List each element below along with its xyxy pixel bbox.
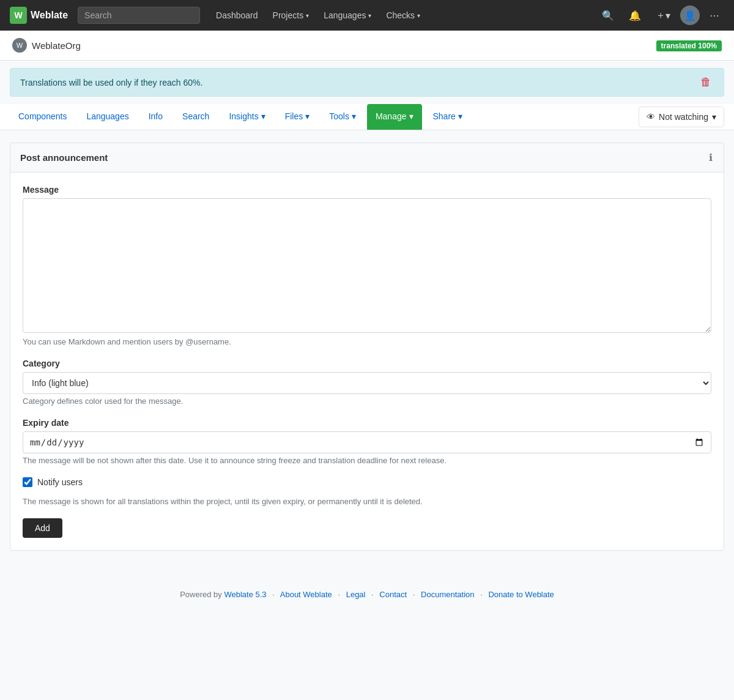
alert-close-button[interactable]: 🗑 (698, 76, 714, 89)
message-group: Message You can use Markdown and mention… (23, 185, 711, 346)
category-select[interactable]: Info (light blue) Warning (yellow) Dange… (23, 372, 711, 394)
expiry-date-input[interactable] (23, 431, 711, 453)
card-info-button[interactable]: ℹ (708, 151, 714, 165)
message-label: Message (23, 185, 711, 195)
more-icon: ⋯ (710, 10, 719, 21)
brand-link[interactable]: W Weblate (10, 7, 68, 24)
tab-manage[interactable]: Manage ▾ (367, 104, 422, 130)
eye-icon: 👁 (647, 112, 655, 122)
watching-caret: ▾ (712, 112, 716, 122)
main-content: Post announcement ℹ Message You can use … (0, 130, 734, 563)
tab-info[interactable]: Info (140, 104, 171, 130)
footer: Powered by Weblate 5.3 · About Weblate ·… (0, 575, 734, 614)
alert-banner: Translations will be used only if they r… (10, 68, 724, 97)
insights-caret: ▾ (261, 111, 265, 121)
add-caret: ▾ (665, 10, 670, 21)
translated-badge: translated 100% (656, 40, 722, 51)
search-input[interactable] (78, 7, 200, 24)
tab-search[interactable]: Search (174, 104, 218, 130)
org-icon: W (12, 38, 27, 53)
nav-links: Dashboard Projects ▾ Languages ▾ Checks … (210, 7, 426, 24)
tab-share[interactable]: Share ▾ (424, 104, 471, 130)
nav-dashboard[interactable]: Dashboard (210, 7, 264, 24)
avatar: 👤 (684, 10, 696, 21)
languages-caret: ▾ (368, 12, 371, 19)
breadcrumb-bar: W WeblateOrg translated 100% (0, 31, 734, 61)
avatar-btn[interactable]: 👤 (680, 6, 700, 25)
projects-caret: ▾ (306, 12, 309, 19)
card-title: Post announcement (20, 152, 108, 163)
notify-users-label[interactable]: Notify users (37, 477, 83, 487)
checks-caret: ▾ (417, 12, 420, 19)
brand-label: Weblate (31, 10, 68, 21)
nav-projects[interactable]: Projects ▾ (267, 7, 316, 24)
info-icon: ℹ (709, 152, 713, 163)
post-announcement-card: Post announcement ℹ Message You can use … (10, 143, 724, 551)
manage-caret: ▾ (409, 111, 413, 121)
more-icon-btn[interactable]: ⋯ (705, 6, 724, 25)
documentation-link[interactable]: Documentation (421, 590, 474, 599)
navbar: W Weblate Dashboard Projects ▾ Languages… (0, 0, 734, 31)
alert-message: Translations will be used only if they r… (20, 78, 202, 88)
nav-languages[interactable]: Languages ▾ (317, 7, 377, 24)
card-body: Message You can use Markdown and mention… (10, 173, 724, 550)
files-caret: ▾ (305, 111, 310, 121)
message-textarea[interactable] (23, 198, 711, 333)
not-watching-button[interactable]: 👁 Not watching ▾ (639, 106, 724, 127)
translated-badge-container: translated 100% (656, 40, 722, 50)
notify-users-checkbox[interactable] (23, 477, 32, 487)
contact-link[interactable]: Contact (379, 590, 407, 599)
about-link[interactable]: About Weblate (280, 590, 332, 599)
watching-container: 👁 Not watching ▾ (639, 106, 724, 127)
tab-insights[interactable]: Insights ▾ (220, 104, 273, 130)
message-help: You can use Markdown and mention users b… (23, 337, 711, 346)
category-label: Category (23, 359, 711, 368)
search-icon-btn[interactable]: 🔍 (597, 6, 619, 25)
weblate-link[interactable]: Weblate 5.3 (224, 590, 266, 599)
trash-icon: 🗑 (700, 76, 711, 88)
add-button[interactable]: Add (23, 518, 62, 538)
category-group: Category Info (light blue) Warning (yell… (23, 359, 711, 406)
notify-users-group: Notify users (23, 477, 711, 487)
legal-link[interactable]: Legal (346, 590, 366, 599)
org-name[interactable]: WeblateOrg (32, 40, 81, 51)
tab-tools[interactable]: Tools ▾ (321, 104, 365, 130)
category-help: Category defines color used for the mess… (23, 397, 711, 406)
expiry-group: Expiry date The message will be not show… (23, 418, 711, 465)
tab-components[interactable]: Components (10, 104, 75, 130)
message-info-text: The message is shown for all translation… (23, 497, 711, 506)
donate-link[interactable]: Donate to Weblate (488, 590, 554, 599)
navbar-right: 🔍 🔔 ＋ ▾ 👤 ⋯ (597, 6, 724, 26)
alerts-icon-btn[interactable]: 🔔 (624, 6, 646, 25)
card-header: Post announcement ℹ (10, 143, 724, 173)
watching-label: Not watching (659, 112, 708, 122)
expiry-label: Expiry date (23, 418, 711, 428)
add-icon-btn[interactable]: ＋ ▾ (651, 6, 675, 26)
add-icon: ＋ (656, 9, 665, 22)
alert-icon: 🔔 (629, 10, 641, 21)
search-icon: 🔍 (602, 10, 614, 21)
brand-logo: W (10, 7, 27, 24)
tools-caret: ▾ (352, 111, 356, 121)
expiry-help: The message will be not shown after this… (23, 456, 711, 465)
tab-languages[interactable]: Languages (78, 104, 137, 130)
powered-by-text: Powered by (180, 590, 222, 599)
share-caret: ▾ (458, 111, 462, 121)
breadcrumb-left: W WeblateOrg (12, 38, 81, 53)
secondary-nav: Components Languages Info Search Insight… (0, 104, 734, 130)
nav-checks[interactable]: Checks ▾ (380, 7, 426, 24)
tab-files[interactable]: Files ▾ (276, 104, 319, 130)
